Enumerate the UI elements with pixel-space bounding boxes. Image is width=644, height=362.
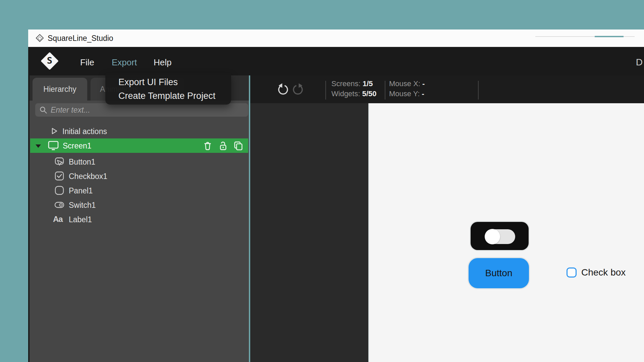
mouse-y-label: Mouse Y:	[389, 89, 420, 98]
mouse-y-value: -	[422, 89, 424, 98]
tree-item-label: Panel1	[69, 186, 93, 195]
redo-icon[interactable]	[291, 82, 305, 96]
checkbox-widget-label: Check box	[581, 267, 626, 278]
screen-icon	[47, 140, 60, 152]
switch-widget-icon	[54, 199, 65, 210]
app-window: SquareLine_Studio S File Export Help D A…	[28, 29, 644, 362]
toolbar-divider	[325, 81, 326, 100]
tab-hierarchy-label: Hierarchy	[43, 85, 76, 94]
search-input[interactable]	[51, 106, 248, 115]
screen-left-edge	[368, 103, 369, 362]
checkbox-widget-box[interactable]	[567, 267, 577, 278]
logo-glyph: S	[40, 55, 59, 66]
tree-item-label: Switch1	[69, 201, 96, 210]
canvas-area: Screens: 1/5 Widgets: 5/50 Mouse X: - Mo…	[250, 75, 644, 362]
tree-item-button1[interactable]: Button1	[30, 155, 249, 169]
menu-file[interactable]: File	[80, 57, 94, 68]
tree-item-checkbox1[interactable]: Checkbox1	[30, 169, 249, 183]
tree-item-label: Label1	[69, 215, 92, 224]
menu-bar: S File Export Help D	[28, 47, 644, 75]
export-dropdown-menu: Export UI Files Create Template Project	[105, 73, 231, 105]
main-region: Animations Hierarchy Initial actions	[28, 75, 644, 362]
widgets-label: Widgets:	[331, 89, 360, 98]
button-widget-label: Button	[485, 268, 513, 279]
menu-export[interactable]: Export	[112, 57, 137, 68]
app-logo-small-icon	[36, 34, 44, 42]
toolbar-divider	[385, 81, 385, 100]
tree-item-label: Button1	[69, 158, 95, 167]
tree-item-label1[interactable]: Aa Label1	[30, 212, 249, 227]
mouse-x-value: -	[422, 79, 425, 88]
menu-item-create-template-project[interactable]: Create Template Project	[118, 88, 215, 103]
mouse-x-label: Mouse X:	[389, 79, 420, 88]
tree-item-label: Checkbox1	[69, 172, 107, 181]
tree-item-panel1[interactable]: Panel1	[30, 183, 249, 198]
tree-item-screen1[interactable]: Screen1	[30, 138, 248, 153]
screens-label: Screens:	[331, 79, 361, 88]
unlock-icon[interactable]	[217, 140, 229, 152]
switch-widget[interactable]	[471, 222, 529, 250]
menu-right-truncated-text[interactable]: D	[636, 57, 643, 68]
tree-item-label: Screen1	[63, 141, 92, 150]
tree-item-label: Initial actions	[62, 127, 107, 136]
tree-item-initial-actions[interactable]: Initial actions	[30, 124, 249, 138]
toolbar-divider	[478, 81, 479, 100]
titlebar-accent-line	[595, 36, 624, 37]
checkbox-widget-icon	[54, 170, 65, 182]
undo-icon[interactable]	[276, 82, 290, 96]
design-screen[interactable]: Button Check box	[368, 103, 644, 362]
menu-help[interactable]: Help	[154, 57, 171, 68]
duplicate-icon[interactable]	[232, 140, 244, 152]
label-widget-icon: Aa	[53, 215, 63, 224]
hierarchy-search[interactable]	[35, 103, 248, 117]
tree-item-switch1[interactable]: Switch1	[30, 198, 249, 212]
play-icon	[49, 126, 59, 136]
window-title: SquareLine_Studio	[48, 34, 113, 43]
title-bar[interactable]: SquareLine_Studio	[28, 29, 644, 47]
button-widget-icon	[54, 156, 65, 167]
menu-item-export-ui-files[interactable]: Export UI Files	[118, 75, 178, 89]
panel-widget-icon	[54, 185, 65, 196]
canvas-toolbar: Screens: 1/5 Widgets: 5/50 Mouse X: - Mo…	[250, 75, 644, 103]
expand-caret-icon[interactable]	[36, 144, 41, 148]
tab-hierarchy[interactable]: Hierarchy	[33, 78, 87, 101]
squareline-logo-icon: S	[40, 52, 59, 70]
delete-icon[interactable]	[202, 140, 214, 152]
widgets-value: 5/50	[362, 89, 377, 98]
hierarchy-panel: Animations Hierarchy Initial actions	[30, 75, 249, 362]
search-icon	[39, 106, 48, 114]
screens-value: 1/5	[363, 79, 373, 88]
button-widget[interactable]: Button	[469, 258, 529, 288]
switch-knob[interactable]	[485, 229, 500, 244]
